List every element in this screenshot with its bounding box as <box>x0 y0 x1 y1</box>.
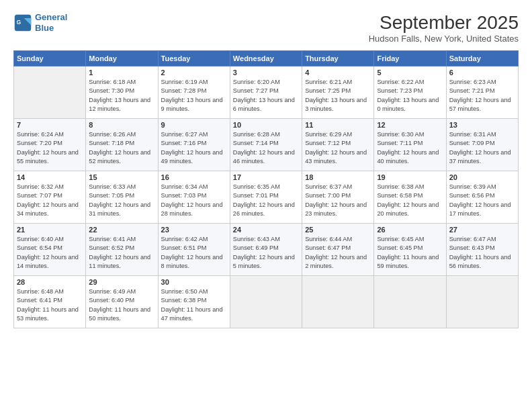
day-info: Sunrise: 6:49 AMSunset: 6:40 PMDaylight:… <box>89 287 154 323</box>
day-number: 30 <box>161 278 227 286</box>
calendar-cell <box>230 276 302 328</box>
day-number: 29 <box>89 278 154 286</box>
day-info: Sunrise: 6:45 AMSunset: 6:45 PMDaylight:… <box>377 235 443 271</box>
week-row-4: 21Sunrise: 6:40 AMSunset: 6:54 PMDayligh… <box>14 224 519 276</box>
calendar-cell <box>374 276 446 328</box>
logo-line1: General <box>35 12 67 22</box>
day-info: Sunrise: 6:20 AMSunset: 7:27 PMDaylight:… <box>233 78 299 113</box>
day-number: 4 <box>305 68 371 77</box>
calendar-cell: 20Sunrise: 6:39 AMSunset: 6:56 PMDayligh… <box>446 171 518 224</box>
page-header: G General Blue September 2025 Hudson Fal… <box>13 12 519 44</box>
day-info: Sunrise: 6:40 AMSunset: 6:54 PMDaylight:… <box>17 235 83 271</box>
svg-text:G: G <box>16 18 21 25</box>
day-info: Sunrise: 6:19 AMSunset: 7:28 PMDaylight:… <box>161 78 227 113</box>
col-saturday: Saturday <box>446 51 518 66</box>
col-friday: Friday <box>374 51 446 66</box>
day-info: Sunrise: 6:30 AMSunset: 7:11 PMDaylight:… <box>377 130 443 166</box>
day-number: 14 <box>17 173 83 181</box>
day-info: Sunrise: 6:39 AMSunset: 6:56 PMDaylight:… <box>449 183 515 218</box>
day-number: 27 <box>449 226 515 234</box>
calendar-page: G General Blue September 2025 Hudson Fal… <box>0 0 532 411</box>
col-wednesday: Wednesday <box>230 51 302 66</box>
calendar-cell: 7Sunrise: 6:24 AMSunset: 7:20 PMDaylight… <box>14 119 86 171</box>
calendar-cell: 23Sunrise: 6:42 AMSunset: 6:51 PMDayligh… <box>158 224 230 276</box>
day-number: 9 <box>161 121 227 129</box>
day-number: 13 <box>449 121 515 129</box>
week-row-2: 7Sunrise: 6:24 AMSunset: 7:20 PMDaylight… <box>14 119 519 171</box>
day-info: Sunrise: 6:27 AMSunset: 7:16 PMDaylight:… <box>161 130 227 166</box>
day-info: Sunrise: 6:23 AMSunset: 7:21 PMDaylight:… <box>449 78 515 113</box>
day-info: Sunrise: 6:31 AMSunset: 7:09 PMDaylight:… <box>449 130 515 166</box>
day-info: Sunrise: 6:18 AMSunset: 7:30 PMDaylight:… <box>89 78 154 113</box>
calendar-cell <box>446 276 518 328</box>
day-number: 25 <box>305 226 371 234</box>
day-info: Sunrise: 6:29 AMSunset: 7:12 PMDaylight:… <box>305 130 371 166</box>
calendar-cell: 17Sunrise: 6:35 AMSunset: 7:01 PMDayligh… <box>230 171 302 224</box>
day-info: Sunrise: 6:24 AMSunset: 7:20 PMDaylight:… <box>17 130 83 166</box>
week-row-3: 14Sunrise: 6:32 AMSunset: 7:07 PMDayligh… <box>14 171 519 224</box>
day-number: 23 <box>161 226 227 234</box>
day-number: 18 <box>305 173 371 181</box>
day-info: Sunrise: 6:41 AMSunset: 6:52 PMDaylight:… <box>89 235 154 271</box>
calendar-table: Sunday Monday Tuesday Wednesday Thursday… <box>13 50 519 328</box>
day-info: Sunrise: 6:37 AMSunset: 7:00 PMDaylight:… <box>305 183 371 218</box>
calendar-cell: 29Sunrise: 6:49 AMSunset: 6:40 PMDayligh… <box>86 276 158 328</box>
calendar-cell <box>14 66 86 119</box>
day-number: 16 <box>161 173 227 181</box>
day-info: Sunrise: 6:50 AMSunset: 6:38 PMDaylight:… <box>161 287 227 323</box>
calendar-cell: 1Sunrise: 6:18 AMSunset: 7:30 PMDaylight… <box>86 66 158 119</box>
header-row: Sunday Monday Tuesday Wednesday Thursday… <box>14 51 519 66</box>
main-title: September 2025 <box>369 12 519 34</box>
day-number: 10 <box>233 121 299 129</box>
day-info: Sunrise: 6:43 AMSunset: 6:49 PMDaylight:… <box>233 235 299 271</box>
calendar-cell: 3Sunrise: 6:20 AMSunset: 7:27 PMDaylight… <box>230 66 302 119</box>
day-number: 26 <box>377 226 443 234</box>
calendar-cell: 25Sunrise: 6:44 AMSunset: 6:47 PMDayligh… <box>302 224 374 276</box>
calendar-cell: 21Sunrise: 6:40 AMSunset: 6:54 PMDayligh… <box>14 224 86 276</box>
day-number: 3 <box>233 68 299 77</box>
col-monday: Monday <box>86 51 158 66</box>
calendar-cell: 19Sunrise: 6:38 AMSunset: 6:58 PMDayligh… <box>374 171 446 224</box>
calendar-cell: 10Sunrise: 6:28 AMSunset: 7:14 PMDayligh… <box>230 119 302 171</box>
day-number: 19 <box>377 173 443 181</box>
calendar-cell: 18Sunrise: 6:37 AMSunset: 7:00 PMDayligh… <box>302 171 374 224</box>
calendar-cell: 6Sunrise: 6:23 AMSunset: 7:21 PMDaylight… <box>446 66 518 119</box>
day-info: Sunrise: 6:22 AMSunset: 7:23 PMDaylight:… <box>377 78 443 113</box>
day-number: 20 <box>449 173 515 181</box>
day-number: 6 <box>449 68 515 77</box>
day-info: Sunrise: 6:48 AMSunset: 6:41 PMDaylight:… <box>17 287 83 323</box>
day-number: 7 <box>17 121 83 129</box>
calendar-cell: 27Sunrise: 6:47 AMSunset: 6:43 PMDayligh… <box>446 224 518 276</box>
day-info: Sunrise: 6:34 AMSunset: 7:03 PMDaylight:… <box>161 183 227 218</box>
calendar-cell <box>302 276 374 328</box>
calendar-cell: 4Sunrise: 6:21 AMSunset: 7:25 PMDaylight… <box>302 66 374 119</box>
day-number: 11 <box>305 121 371 129</box>
calendar-cell: 8Sunrise: 6:26 AMSunset: 7:18 PMDaylight… <box>86 119 158 171</box>
day-number: 21 <box>17 226 83 234</box>
logo-icon: G <box>13 13 32 32</box>
calendar-cell: 28Sunrise: 6:48 AMSunset: 6:41 PMDayligh… <box>14 276 86 328</box>
subtitle: Hudson Falls, New York, United States <box>369 34 519 44</box>
calendar-cell: 16Sunrise: 6:34 AMSunset: 7:03 PMDayligh… <box>158 171 230 224</box>
day-info: Sunrise: 6:28 AMSunset: 7:14 PMDaylight:… <box>233 130 299 166</box>
calendar-cell: 12Sunrise: 6:30 AMSunset: 7:11 PMDayligh… <box>374 119 446 171</box>
col-tuesday: Tuesday <box>158 51 230 66</box>
calendar-cell: 22Sunrise: 6:41 AMSunset: 6:52 PMDayligh… <box>86 224 158 276</box>
calendar-cell: 13Sunrise: 6:31 AMSunset: 7:09 PMDayligh… <box>446 119 518 171</box>
day-info: Sunrise: 6:35 AMSunset: 7:01 PMDaylight:… <box>233 183 299 218</box>
calendar-body: 1Sunrise: 6:18 AMSunset: 7:30 PMDaylight… <box>14 66 519 328</box>
calendar-cell: 15Sunrise: 6:33 AMSunset: 7:05 PMDayligh… <box>86 171 158 224</box>
calendar-cell: 26Sunrise: 6:45 AMSunset: 6:45 PMDayligh… <box>374 224 446 276</box>
title-block: September 2025 Hudson Falls, New York, U… <box>369 12 519 44</box>
day-info: Sunrise: 6:33 AMSunset: 7:05 PMDaylight:… <box>89 183 154 218</box>
day-info: Sunrise: 6:26 AMSunset: 7:18 PMDaylight:… <box>89 130 154 166</box>
col-sunday: Sunday <box>14 51 86 66</box>
day-number: 22 <box>89 226 154 234</box>
day-number: 17 <box>233 173 299 181</box>
day-info: Sunrise: 6:21 AMSunset: 7:25 PMDaylight:… <box>305 78 371 113</box>
calendar-cell: 30Sunrise: 6:50 AMSunset: 6:38 PMDayligh… <box>158 276 230 328</box>
day-number: 15 <box>89 173 154 181</box>
day-number: 24 <box>233 226 299 234</box>
calendar-cell: 11Sunrise: 6:29 AMSunset: 7:12 PMDayligh… <box>302 119 374 171</box>
day-info: Sunrise: 6:42 AMSunset: 6:51 PMDaylight:… <box>161 235 227 271</box>
